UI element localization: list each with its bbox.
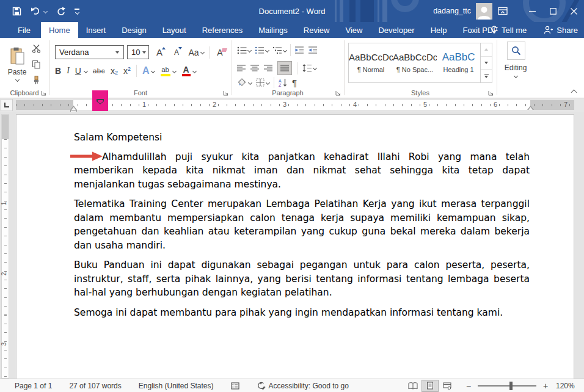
line-spacing-button[interactable]: [302, 64, 316, 72]
subscript-button[interactable]: x2: [111, 66, 118, 76]
word-count[interactable]: 27 of 107 words: [69, 382, 121, 390]
tab-help[interactable]: Help: [423, 22, 455, 38]
align-left-button[interactable]: [237, 65, 246, 72]
share-button[interactable]: Share: [544, 26, 578, 35]
text-highlight-button[interactable]: ab: [160, 65, 176, 76]
font-name-combobox[interactable]: [55, 45, 124, 59]
undo-dropdown-icon[interactable]: [43, 9, 48, 13]
paragraph-dialog-launcher[interactable]: [335, 90, 341, 96]
bold-button[interactable]: B: [55, 66, 61, 76]
style-heading-1[interactable]: AaBbC Heading 1: [437, 43, 480, 82]
clear-formatting-button[interactable]: A: [213, 46, 227, 59]
avatar[interactable]: [476, 3, 492, 20]
paste-button[interactable]: Paste: [6, 42, 28, 87]
sort-button[interactable]: AZ: [279, 78, 288, 87]
styles-dialog-launcher[interactable]: [487, 90, 494, 96]
tab-design[interactable]: Design: [114, 22, 154, 38]
shrink-font-button[interactable]: A: [170, 46, 183, 59]
dropdown-arrow-icon: [115, 51, 119, 54]
align-right-button[interactable]: [264, 65, 272, 72]
cut-button[interactable]: [32, 44, 41, 53]
styles-scroll-up-button[interactable]: [481, 43, 492, 57]
zoom-slider[interactable]: [478, 380, 536, 392]
decrease-indent-button[interactable]: [294, 46, 304, 54]
tab-references[interactable]: References: [194, 22, 250, 38]
page-content[interactable]: Salam Kompetensi Alhamdulillah puji syuk…: [16, 115, 574, 319]
zoom-in-button[interactable]: +: [541, 381, 550, 391]
font-size-combobox[interactable]: [127, 45, 149, 59]
multilevel-list-icon: [272, 46, 282, 54]
tab-mailings[interactable]: Mailings: [250, 22, 296, 38]
accessibility-status[interactable]: Accessibility: Good to go: [257, 382, 349, 390]
close-button[interactable]: [563, 0, 584, 22]
ribbon-display-options-button[interactable]: [492, 0, 513, 22]
font-name-input[interactable]: [59, 48, 115, 57]
change-case-button[interactable]: Aa: [186, 46, 206, 59]
tab-selector-button[interactable]: [1, 99, 13, 111]
tab-review[interactable]: Review: [296, 22, 338, 38]
underline-button[interactable]: U: [75, 66, 81, 76]
save-button[interactable]: [12, 7, 21, 16]
increase-indent-button[interactable]: [308, 46, 318, 54]
maximize-button[interactable]: [542, 0, 563, 22]
redo-button[interactable]: [56, 7, 65, 16]
undo-button[interactable]: [31, 7, 47, 15]
show-hide-pilcrow-button[interactable]: ¶: [292, 78, 297, 88]
shading-button[interactable]: [237, 78, 252, 87]
numbering-button[interactable]: [255, 46, 269, 54]
tell-me-label: Tell me: [502, 26, 527, 35]
borders-button[interactable]: [256, 78, 269, 87]
format-painter-button[interactable]: [32, 76, 41, 85]
zoom-level[interactable]: 120%: [556, 382, 577, 390]
chevron-down-icon: [283, 48, 287, 52]
page-count[interactable]: Page 1 of 1: [15, 382, 52, 390]
signed-in-user[interactable]: dadang_ttc: [433, 7, 471, 15]
separator: [290, 44, 291, 56]
chevron-down-icon: [200, 50, 205, 54]
text-effects-button[interactable]: A: [142, 65, 155, 76]
bullets-button[interactable]: [237, 46, 251, 54]
editing-label[interactable]: Editing: [497, 64, 534, 72]
style-normal[interactable]: AaBbCcDc ¶ Normal: [349, 43, 393, 82]
clipboard-dialog-launcher[interactable]: [40, 90, 46, 96]
editing-chevron-down-icon[interactable]: [514, 74, 518, 78]
tab-view[interactable]: View: [337, 22, 370, 38]
web-layout-button[interactable]: [439, 380, 456, 392]
language-status[interactable]: English (United States): [139, 382, 214, 390]
read-mode-button[interactable]: [404, 380, 422, 392]
superscript-button[interactable]: x2: [123, 66, 131, 76]
justify-button[interactable]: [277, 61, 292, 75]
tab-insert[interactable]: Insert: [78, 22, 114, 38]
first-line-indent-marker[interactable]: [97, 99, 104, 104]
vertical-ruler[interactable]: 1 2 3: [1, 114, 9, 379]
multilevel-list-button[interactable]: [272, 46, 287, 54]
copy-button[interactable]: [32, 60, 41, 69]
minimize-button[interactable]: [522, 0, 542, 22]
ruler-number: 3: [1, 343, 7, 346]
styles-scroll-down-button[interactable]: [481, 57, 492, 70]
tab-file[interactable]: File: [7, 22, 41, 38]
style-no-spacing[interactable]: AaBbCcDc ¶ No Spac...: [393, 43, 437, 82]
styles-more-button[interactable]: [481, 70, 492, 82]
tab-layout[interactable]: Layout: [155, 22, 194, 38]
grow-font-button[interactable]: A: [152, 46, 167, 59]
zoom-slider-handle[interactable]: [509, 382, 513, 390]
font-dialog-launcher[interactable]: [222, 90, 228, 96]
scroll-up-icon: [484, 48, 488, 51]
macro-record-button[interactable]: [231, 382, 239, 390]
tell-me-button[interactable]: Tell me: [491, 26, 527, 35]
strikethrough-button[interactable]: abc: [93, 67, 105, 74]
zoom-out-button[interactable]: −: [464, 381, 473, 391]
customize-quick-access-toolbar-button[interactable]: [75, 9, 79, 14]
tab-developer[interactable]: Developer: [370, 22, 422, 38]
underline-dropdown-icon[interactable]: [84, 68, 88, 73]
font-size-input[interactable]: [131, 48, 142, 57]
print-layout-button[interactable]: [422, 380, 439, 392]
tab-home[interactable]: Home: [41, 22, 78, 38]
font-color-button[interactable]: A: [181, 65, 196, 76]
italic-button[interactable]: I: [67, 66, 70, 76]
collapse-ribbon-button[interactable]: [571, 90, 577, 96]
editing-find-button[interactable]: [507, 42, 525, 60]
increase-indent-icon: [308, 46, 318, 54]
align-center-button[interactable]: [250, 65, 259, 72]
